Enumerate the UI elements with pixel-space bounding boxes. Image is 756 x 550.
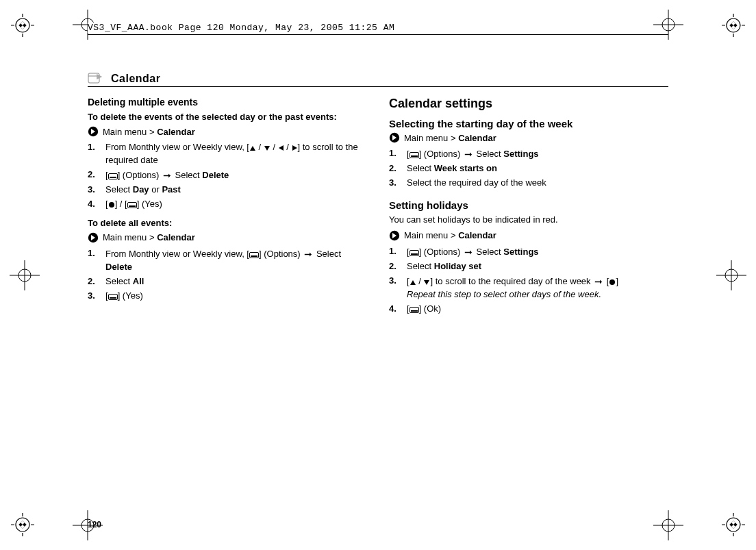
svg-rect-25 [110,177,116,178]
step-text: Select the required day of the week [407,177,668,190]
step-text: Select Day or Past [105,184,367,197]
svg-rect-35 [410,153,418,158]
up-icon [410,279,416,286]
steps-list: 1.From Monthly view or Weekly view, [] (… [88,247,367,303]
svg-rect-38 [410,250,418,255]
svg-rect-24 [108,173,117,179]
crosshair-icon [10,260,40,290]
arrow-circle-icon [389,230,400,241]
svg-rect-31 [251,255,257,257]
right-column: Calendar settings Selecting the starting… [389,97,668,323]
intro-text: To delete all events: [88,218,367,228]
svg-rect-27 [127,202,136,208]
crumb-text: Main menu > [404,230,458,240]
center-key-icon [609,279,616,286]
step-text: [] (Options) ➞ Select Delete [105,168,367,182]
steps-list: 1.From Monthly view or Weekly view, [ / … [88,141,367,211]
step-text: Select All [105,275,367,288]
softkey-icon [127,202,137,208]
svg-rect-36 [411,155,418,157]
step-text: Select Holiday set [407,260,668,273]
breadcrumb: Main menu > Calendar [88,126,367,137]
step-text: [ / ] to scroll to the required day of t… [407,275,668,301]
down-icon [423,279,430,286]
steps-list: 1.[] (Options) ➞ Select Settings 2.Selec… [389,147,668,190]
svg-rect-39 [411,253,418,255]
subheading-deleting: Deleting multiple events [88,97,367,108]
section-header: Calendar [88,71,668,87]
page-content: VS3_VF_AAA.book Page 120 Monday, May 23,… [88,21,668,529]
step-text: [] / [] (Yes) [105,198,367,211]
step-text: [] (Ok) [407,303,668,316]
right-icon [292,145,298,151]
crumb-bold: Calendar [458,230,496,240]
subheading-startday: Selecting the starting day of the week [389,118,668,129]
softkey-icon [108,173,118,179]
svg-rect-42 [411,310,418,312]
crumb-bold: Calendar [458,133,496,143]
calendar-icon [88,71,105,85]
subheading-holidays: Setting holidays [389,199,668,211]
arrow-right-icon: ➞ [464,245,473,259]
softkey-icon [108,294,118,300]
crumb-bold: Calendar [157,232,195,242]
svg-rect-41 [410,307,418,312]
crop-mark-icon [722,513,745,536]
heading-settings: Calendar settings [389,97,668,111]
breadcrumb: Main menu > Calendar [389,230,668,241]
svg-point-40 [609,279,615,285]
arrow-circle-icon [88,232,99,243]
arrow-right-icon: ➞ [594,275,603,288]
body-text: You can set holidays to be indicated in … [389,214,668,226]
center-key-icon [108,201,115,208]
left-column: Deleting multiple events To delete the e… [88,97,367,323]
crumb-bold: Calendar [157,127,195,137]
crumb-text: Main menu > [103,232,157,242]
arrow-circle-icon [389,132,400,143]
svg-rect-30 [249,252,258,258]
crop-mark-icon [722,14,745,37]
running-head-text: VS3_VF_AAA.book Page 120 Monday, May 23,… [88,23,397,33]
step-text: From Monthly view or Weekly view, [] (Op… [105,247,367,274]
step-text: [] (Options) ➞ Select Settings [407,147,668,161]
softkey-icon [410,250,419,256]
svg-rect-28 [129,205,136,207]
breadcrumb: Main menu > Calendar [389,132,668,143]
steps-list: 1.[] (Options) ➞ Select Settings 2.Selec… [389,245,668,316]
softkey-icon [410,307,419,313]
down-icon [264,145,270,151]
svg-point-26 [109,202,114,208]
page-number: 120 [88,520,101,529]
up-icon [249,145,256,151]
running-head: VS3_VF_AAA.book Page 120 Monday, May 23,… [88,21,668,33]
arrow-right-icon: ➞ [304,247,312,261]
crop-mark-icon [11,14,34,37]
step-text: [] (Options) ➞ Select Settings [407,245,668,259]
crumb-text: Main menu > [103,127,157,137]
section-title: Calendar [111,73,160,85]
softkey-icon [410,152,419,158]
left-icon [278,145,284,151]
arrow-right-icon: ➞ [163,168,171,182]
breadcrumb: Main menu > Calendar [88,232,367,243]
intro-text: To delete the events of the selected day… [88,112,367,122]
svg-rect-33 [110,297,116,299]
arrow-right-icon: ➞ [464,147,473,161]
svg-rect-32 [108,294,117,299]
crosshair-icon [716,260,746,290]
arrow-circle-icon [88,126,99,137]
step-text: Select Week starts on [407,162,668,175]
softkey-icon [249,252,259,258]
step-text: [] (Yes) [105,290,367,303]
step-text: From Monthly view or Weekly view, [ / / … [105,141,367,167]
crumb-text: Main menu > [404,133,458,143]
crop-mark-icon [11,513,34,536]
